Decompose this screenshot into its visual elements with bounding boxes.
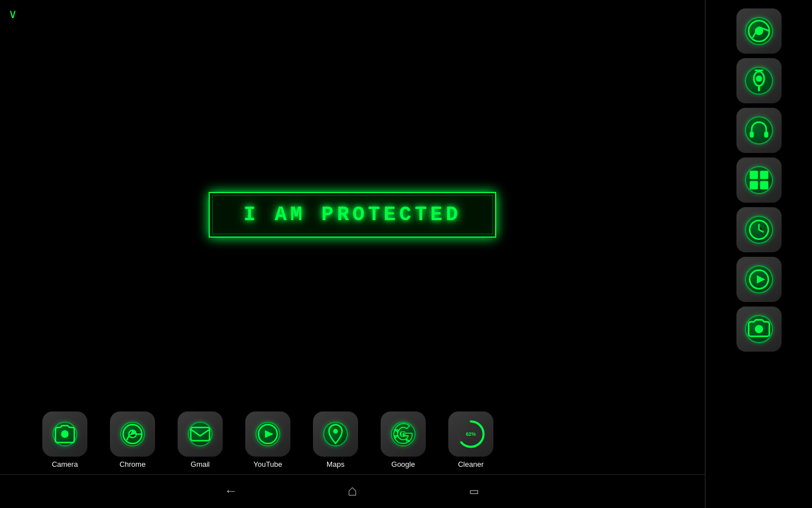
- app-item-youtube[interactable]: YouTube: [237, 411, 299, 468]
- svg-point-24: [754, 325, 763, 334]
- svg-rect-15: [749, 132, 753, 138]
- sidebar-icon-camera[interactable]: [736, 306, 782, 352]
- app-dock: Camera Chrome: [0, 401, 705, 474]
- right-sidebar: [705, 0, 812, 508]
- app-item-cleaner[interactable]: 62% Cleaner: [440, 411, 502, 468]
- home-button[interactable]: ⌂: [348, 483, 358, 500]
- sidebar-icon-windows[interactable]: [736, 157, 782, 203]
- youtube-label: YouTube: [253, 460, 282, 468]
- chevron-down-icon[interactable]: ∨: [9, 7, 16, 22]
- camera-label: Camera: [52, 460, 78, 468]
- app-item-maps[interactable]: Maps: [304, 411, 367, 468]
- sidebar-icon-media[interactable]: [736, 257, 782, 302]
- app-item-gmail[interactable]: Gmail: [169, 411, 231, 468]
- svg-rect-3: [191, 427, 209, 440]
- sidebar-icon-chrome[interactable]: [736, 8, 782, 54]
- svg-marker-23: [757, 275, 765, 284]
- svg-marker-5: [265, 430, 273, 437]
- protected-text: I AM PROTECTED: [244, 203, 461, 226]
- back-button[interactable]: ←: [227, 484, 235, 499]
- chrome-label: Chrome: [120, 460, 145, 468]
- svg-rect-20: [760, 181, 768, 190]
- app-item-google[interactable]: G Google: [372, 411, 434, 468]
- sidebar-icon-headphones[interactable]: [736, 108, 782, 153]
- center-area: I AM PROTECTED: [0, 28, 705, 401]
- google-label: Google: [391, 460, 415, 468]
- google-app-icon[interactable]: G: [381, 411, 426, 457]
- svg-rect-18: [760, 171, 768, 179]
- svg-rect-17: [749, 171, 758, 179]
- svg-text:62%: 62%: [466, 431, 476, 437]
- maps-label: Maps: [326, 460, 345, 468]
- cleaner-app-icon[interactable]: 62%: [448, 411, 493, 457]
- app-item-camera[interactable]: Camera: [34, 411, 96, 468]
- maps-app-icon[interactable]: [313, 411, 358, 457]
- main-area: ∨ I AM PROTECTED Camera: [0, 0, 705, 508]
- nav-bar: ← ⌂ ▭: [0, 474, 705, 508]
- app-item-chrome[interactable]: Chrome: [102, 411, 164, 468]
- gmail-label: Gmail: [191, 460, 210, 468]
- gmail-app-icon[interactable]: [178, 411, 223, 457]
- svg-rect-16: [764, 132, 768, 138]
- camera-app-icon[interactable]: [42, 411, 87, 457]
- svg-point-14: [756, 76, 762, 82]
- svg-point-0: [61, 430, 68, 437]
- sidebar-icon-clock[interactable]: [736, 207, 782, 252]
- youtube-app-icon[interactable]: [245, 411, 290, 457]
- svg-point-6: [333, 429, 338, 433]
- cleaner-label: Cleaner: [458, 460, 484, 468]
- svg-rect-19: [749, 181, 758, 190]
- recents-button[interactable]: ▭: [470, 483, 478, 500]
- chrome-app-icon[interactable]: [110, 411, 155, 457]
- svg-text:G: G: [399, 430, 406, 439]
- top-bar: ∨: [0, 0, 705, 28]
- protected-banner: I AM PROTECTED: [209, 192, 496, 238]
- sidebar-icon-flashlight[interactable]: [736, 58, 782, 103]
